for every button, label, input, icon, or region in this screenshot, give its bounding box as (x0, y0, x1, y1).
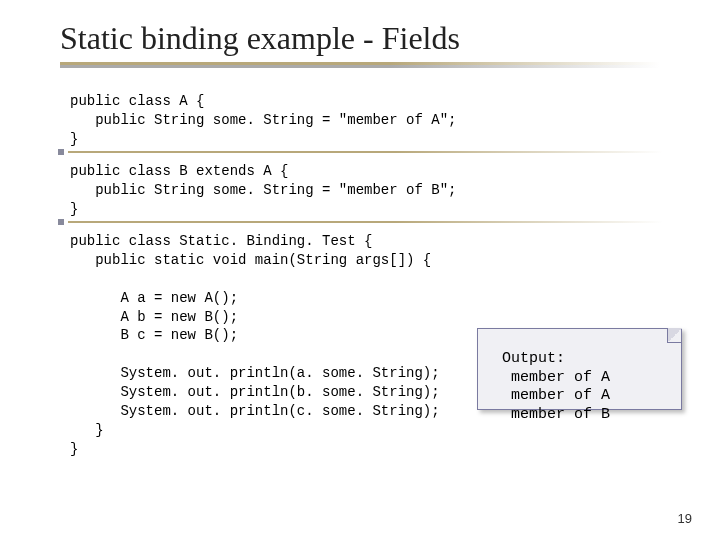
code-class-b: public class B extends A { public String… (70, 162, 456, 219)
slide-title: Static binding example - Fields (60, 20, 460, 57)
output-line-2: member of A (511, 387, 610, 404)
output-line-1: member of A (511, 369, 610, 386)
code-main: public class Static. Binding. Test { pub… (70, 232, 440, 459)
output-heading: Output: (502, 350, 565, 367)
code-class-a: public class A { public String some. Str… (70, 92, 456, 149)
separator-2 (58, 220, 663, 223)
separator-1 (58, 150, 663, 153)
page-curl-icon (667, 328, 682, 343)
output-line-3: member of B (511, 406, 610, 423)
output-box: Output: member of A member of A member o… (477, 328, 682, 410)
title-underline (60, 62, 660, 68)
page-number: 19 (678, 511, 692, 526)
